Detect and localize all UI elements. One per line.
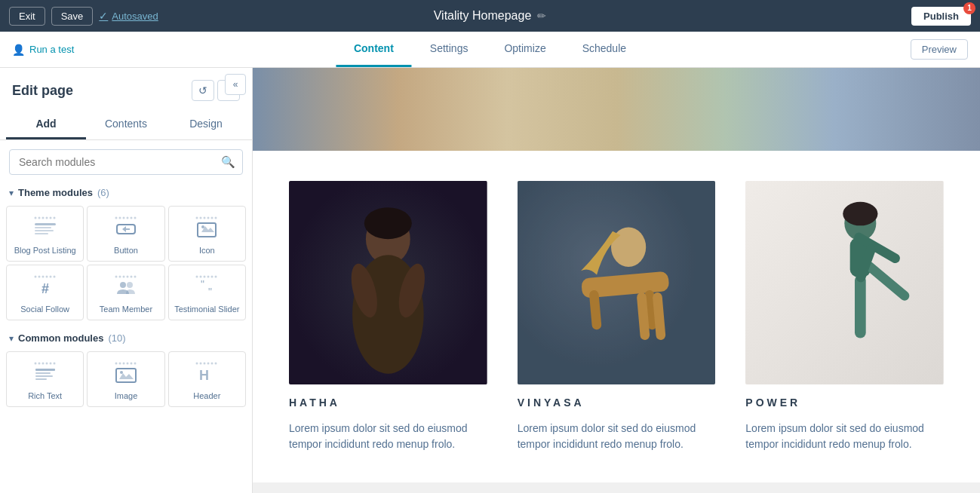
pencil-icon[interactable]: ✏: [537, 10, 546, 22]
save-button[interactable]: Save: [51, 7, 94, 26]
theme-arrow-icon: ▾: [9, 188, 14, 198]
module-rich-text[interactable]: Rich Text: [6, 351, 84, 407]
svg-point-53: [53, 363, 55, 365]
class-card-power: POWER Lorem ipsum dolor sit sed do eiusm…: [745, 181, 944, 452]
svg-rect-7: [35, 227, 51, 228]
page-title: Vitality Homepage: [434, 9, 532, 23]
autosaved-link[interactable]: ✓ Autosaved: [99, 10, 158, 22]
svg-point-36: [130, 276, 132, 278]
svg-point-25: [34, 276, 36, 278]
module-icon[interactable]: Icon: [168, 206, 246, 262]
sidebar: « Edit page ↺ ↻ Add Contents Design 🔍: [0, 68, 253, 493]
module-label-testimonial-slider: Testimonial Slider: [174, 305, 239, 314]
class-card-vinyasa: VINYASA Lorem ipsum dolor sit sed do eiu…: [518, 181, 716, 452]
module-team-member[interactable]: Team Member: [87, 265, 164, 320]
sidebar-tab-add[interactable]: Add: [6, 110, 86, 139]
common-modules-grid: Rich Text: [0, 348, 252, 413]
classes-grid: HATHA Lorem ipsum dolor sit sed do eiusm…: [289, 181, 944, 452]
top-bar-right: Publish 1: [911, 7, 971, 26]
svg-point-67: [200, 363, 202, 365]
icon-module-icon: [193, 214, 220, 241]
blog-post-listing-icon: [32, 214, 59, 241]
modules-section: ▾ Theme modules (6): [0, 181, 252, 493]
svg-point-50: [41, 363, 44, 365]
svg-point-70: [211, 363, 214, 365]
tab-settings[interactable]: Settings: [412, 32, 487, 67]
class-name-hatha: HATHA: [289, 397, 487, 409]
hero-image: [253, 68, 980, 151]
run-test-link[interactable]: 👤 Run a test: [12, 44, 74, 56]
svg-point-20: [207, 217, 210, 219]
svg-point-18: [200, 217, 202, 219]
sidebar-tab-design[interactable]: Design: [166, 110, 246, 139]
svg-point-48: [34, 363, 36, 365]
theme-modules-header[interactable]: ▾ Theme modules (6): [0, 181, 252, 203]
svg-rect-6: [35, 223, 56, 225]
svg-point-44: [211, 276, 214, 278]
svg-point-71: [215, 363, 217, 365]
module-label-button: Button: [114, 246, 138, 255]
svg-point-49: [38, 363, 40, 365]
tab-schedule[interactable]: Schedule: [564, 32, 644, 67]
module-blog-post-listing[interactable]: Blog Post Listing: [6, 206, 84, 262]
svg-point-5: [53, 217, 55, 219]
svg-point-45: [215, 276, 217, 278]
module-social-follow[interactable]: # Social Follow: [6, 265, 84, 320]
common-modules-header[interactable]: ▾ Common modules (10): [0, 326, 252, 348]
module-button[interactable]: Button: [87, 206, 164, 262]
edit-page-title: Edit page: [12, 83, 73, 99]
svg-point-37: [134, 276, 136, 278]
svg-rect-55: [35, 372, 51, 374]
svg-point-43: [207, 276, 210, 278]
search-input[interactable]: [9, 149, 243, 175]
svg-point-68: [204, 363, 206, 365]
class-name-vinyasa: VINYASA: [518, 397, 716, 409]
module-header[interactable]: H Header: [168, 351, 246, 407]
svg-point-94: [843, 202, 878, 226]
class-desc-hatha: Lorem ipsum dolor sit sed do eiusmod tem…: [289, 421, 487, 452]
sidebar-tab-contents[interactable]: Contents: [86, 110, 166, 139]
svg-point-58: [115, 363, 117, 365]
svg-rect-8: [35, 230, 54, 231]
svg-point-35: [126, 276, 128, 278]
svg-rect-64: [116, 369, 136, 382]
collapse-button[interactable]: «: [225, 74, 246, 95]
svg-point-32: [115, 276, 117, 278]
svg-point-12: [122, 217, 124, 219]
svg-rect-57: [35, 378, 47, 380]
module-image[interactable]: Image: [87, 351, 164, 407]
svg-point-33: [118, 276, 121, 278]
module-label-image: Image: [115, 391, 138, 400]
tab-content[interactable]: Content: [336, 32, 412, 67]
svg-point-4: [49, 217, 51, 219]
svg-point-15: [134, 217, 136, 219]
sidebar-header: Edit page ↺ ↻: [0, 68, 252, 110]
svg-point-66: [196, 363, 198, 365]
svg-point-19: [204, 217, 206, 219]
module-label-social-follow: Social Follow: [20, 305, 69, 314]
svg-point-14: [130, 217, 132, 219]
svg-point-0: [34, 217, 36, 219]
svg-point-24: [201, 225, 204, 228]
svg-rect-90: [855, 274, 866, 338]
svg-rect-56: [35, 375, 53, 377]
undo-button[interactable]: ↺: [192, 80, 214, 101]
tab-optimize[interactable]: Optimize: [486, 32, 564, 67]
svg-point-22: [215, 217, 217, 219]
class-card-hatha: HATHA Lorem ipsum dolor sit sed do eiusm…: [289, 181, 487, 452]
module-testimonial-slider[interactable]: " " Testimonial Slider: [168, 265, 246, 320]
svg-point-78: [364, 207, 412, 239]
svg-point-61: [126, 363, 128, 365]
preview-button[interactable]: Preview: [911, 39, 968, 60]
exit-button[interactable]: Exit: [9, 7, 45, 26]
publish-button[interactable]: Publish: [911, 7, 971, 26]
svg-point-52: [49, 363, 51, 365]
search-icon[interactable]: 🔍: [221, 155, 235, 169]
svg-point-62: [130, 363, 132, 365]
svg-point-29: [49, 276, 51, 278]
svg-point-63: [134, 363, 136, 365]
module-label-icon: Icon: [199, 246, 215, 255]
svg-point-59: [118, 363, 121, 365]
testimonial-slider-icon: " ": [193, 273, 220, 300]
search-input-wrap: 🔍: [9, 149, 243, 175]
